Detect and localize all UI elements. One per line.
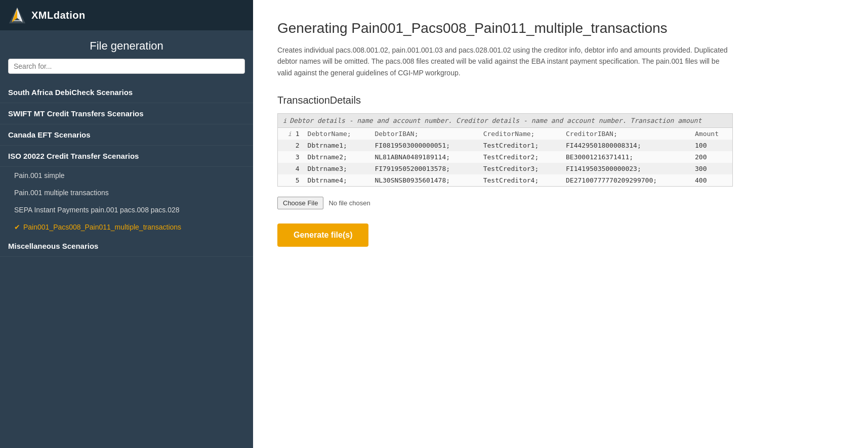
table-cell: NL81ABNA0489189114;: [370, 151, 479, 163]
table-cell: FI7919505200013578;: [370, 163, 479, 174]
sidebar-item-sepa-instant[interactable]: SEPA Instant Payments pain.001 pacs.008 …: [0, 201, 253, 218]
table-cell: NL30SNSB0935601478;: [370, 174, 479, 186]
table-cell: TestCreditor2;: [479, 151, 562, 163]
table-cell: Amount: [691, 128, 732, 140]
table-cell: Dbtrname1;: [304, 140, 371, 151]
table-header-note: iDebtor details - name and account numbe…: [278, 114, 732, 128]
table-cell: Dbtrname3;: [304, 163, 371, 174]
no-file-label: No file chosen: [328, 199, 370, 207]
table-cell: FI0819503000000051;: [370, 140, 479, 151]
table-body: i 1DebtorName;DebtorIBAN;CreditorName;Cr…: [278, 128, 732, 187]
table-cell: TestCreditor3;: [479, 163, 562, 174]
sidebar-search-container: [8, 59, 245, 74]
sidebar-item-miscellaneous[interactable]: Miscellaneous Scenarios: [0, 236, 253, 257]
sidebar-header: XMLdation: [0, 0, 253, 30]
section-title: TransactionDetails: [277, 95, 844, 106]
info-icon: i: [283, 117, 286, 124]
sidebar: XMLdation File generation South Africa D…: [0, 0, 253, 448]
row-number: 3: [278, 151, 304, 163]
sidebar-item-pain001-simple[interactable]: Pain.001 simple: [0, 167, 253, 184]
table-cell: DE27100777770209​299700;: [562, 174, 691, 186]
sidebar-item-canada-eft[interactable]: Canada EFT Scenarios: [0, 124, 253, 146]
sidebar-item-swift-mt[interactable]: SWIFT MT Credit Transfers Scenarios: [0, 103, 253, 124]
page-title: Generating Pain001_Pacs008_Pain011_multi…: [277, 20, 844, 36]
table-cell: DebtorName;: [304, 128, 371, 140]
transaction-table-container: iDebtor details - name and account numbe…: [277, 113, 733, 187]
table-cell: FI44295018000083​14;: [562, 140, 691, 151]
logo-text: XMLdation: [31, 10, 86, 21]
active-checkmark-icon: ✔: [14, 223, 20, 231]
transaction-table: iDebtor details - name and account numbe…: [278, 114, 732, 186]
table-cell: 200: [691, 151, 732, 163]
table-cell: TestCreditor1;: [479, 140, 562, 151]
choose-file-button[interactable]: Choose File: [277, 197, 323, 209]
active-item-label: Pain001_Pacs008_Pain011_multiple_transac…: [23, 223, 181, 231]
table-cell: BE30001216371411;: [562, 151, 691, 163]
sidebar-item-pain001-pacs008-active[interactable]: ✔ Pain001_Pacs008_Pain011_multiple_trans…: [0, 218, 253, 236]
search-input[interactable]: [8, 59, 245, 74]
generate-files-button[interactable]: Generate file(s): [277, 223, 368, 247]
table-row: 5Dbtrname4;NL30SNSB0935601478;TestCredit…: [278, 174, 732, 186]
table-cell: FI14195035000000​23;: [562, 163, 691, 174]
file-input-row: Choose File No file chosen: [277, 197, 844, 209]
sidebar-item-south-africa[interactable]: South Africa DebiCheck Scenarios: [0, 82, 253, 103]
table-cell: Dbtrname4;: [304, 174, 371, 186]
table-row: 2Dbtrname1;FI0819503000000051;TestCredit…: [278, 140, 732, 151]
row-number: 2: [278, 140, 304, 151]
table-cell: TestCreditor4;: [479, 174, 562, 186]
sidebar-item-pain001-multiple[interactable]: Pain.001 multiple transactions: [0, 184, 253, 201]
main-content: Generating Pain001_Pacs008_Pain011_multi…: [253, 0, 868, 448]
row-number: 4: [278, 163, 304, 174]
row-number: 5: [278, 174, 304, 186]
sidebar-title: File generation: [0, 30, 253, 59]
table-cell: CreditorName;: [479, 128, 562, 140]
table-cell: Dbtrname2;: [304, 151, 371, 163]
table-cell: 100: [691, 140, 732, 151]
row-number: i 1: [278, 128, 304, 140]
table-cell: 400: [691, 174, 732, 186]
table-cell: DebtorIBAN;: [370, 128, 479, 140]
table-cell: CreditorIBAN;: [562, 128, 691, 140]
table-row: i 1DebtorName;DebtorIBAN;CreditorName;Cr…: [278, 128, 732, 140]
table-row: 3Dbtrname2;NL81ABNA0489189114;TestCredit…: [278, 151, 732, 163]
page-description: Creates individual pacs.008.001.02, pain…: [277, 44, 733, 78]
sidebar-item-iso-20022[interactable]: ISO 20022 Credit Transfer Scenarios: [0, 146, 253, 167]
xmldation-logo-icon: [8, 6, 26, 24]
table-header-row: iDebtor details - name and account numbe…: [278, 114, 732, 128]
table-row: 4Dbtrname3;FI7919505200013578;TestCredit…: [278, 163, 732, 174]
table-cell: 300: [691, 163, 732, 174]
